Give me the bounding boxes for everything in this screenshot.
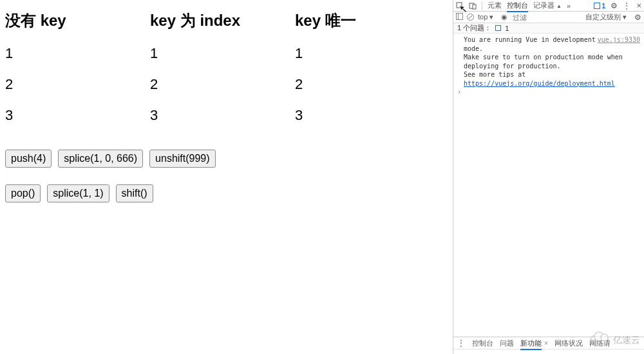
drawer-tab-network-conditions[interactable]: 网络状况 xyxy=(554,339,583,348)
list-item: 3 xyxy=(5,107,150,124)
clear-console-icon[interactable] xyxy=(467,14,474,21)
button-row-add: push(4) splice(1, 0, 666) unshift(999) xyxy=(5,150,448,168)
splice-insert-button[interactable]: splice(1, 0, 666) xyxy=(58,150,143,168)
tabs-overflow[interactable]: » xyxy=(567,2,571,10)
button-row-remove: pop() splice(1, 1) shift() xyxy=(5,184,448,202)
column-heading: key 唯一 xyxy=(295,10,440,31)
app-pane: 没有 key 1 2 3 key 为 index 1 2 3 key 唯一 1 … xyxy=(0,0,453,354)
console-output[interactable]: vue.js:9330 You are running Vue in devel… xyxy=(453,34,644,337)
tab-elements[interactable]: 元素 xyxy=(488,1,502,10)
issue-icon xyxy=(495,25,501,31)
issues-count: 1 xyxy=(505,25,509,32)
column-key-index: key 为 index 1 2 3 xyxy=(150,5,295,138)
issues-bar[interactable]: 1 个问题： 1 xyxy=(453,23,644,34)
svg-rect-3 xyxy=(457,14,463,20)
log-level-selector[interactable]: 自定义级别 ▾ xyxy=(585,12,627,22)
device-toggle-icon[interactable] xyxy=(469,2,477,10)
list-item: 2 xyxy=(150,76,295,93)
drawer-menu-icon[interactable]: ⋮ xyxy=(457,339,466,348)
list-item: 3 xyxy=(295,107,440,124)
devtools-tabbar: ↖ 元素 控制台 记录器 ▲ » 1 ⚙ ⋮ × xyxy=(453,0,644,12)
live-expression-icon[interactable]: ◉ xyxy=(501,13,507,21)
console-settings-icon[interactable]: ⚙ xyxy=(634,13,641,22)
issues-badge-count: 1 xyxy=(601,2,605,10)
list-item: 3 xyxy=(150,107,295,124)
filter-input[interactable] xyxy=(511,13,550,22)
list-item: 2 xyxy=(295,76,440,93)
drawer-tab-console[interactable]: 控制台 xyxy=(472,339,493,348)
tab-recorder[interactable]: 记录器 ▲ xyxy=(533,1,562,10)
pop-button[interactable]: pop() xyxy=(5,184,41,202)
console-prompt-icon: › xyxy=(457,88,461,97)
devtools-pane: ↖ 元素 控制台 记录器 ▲ » 1 ⚙ ⋮ × top ▾ ◉ 自定义级别 ▾ xyxy=(453,0,644,354)
close-devtools-icon[interactable]: × xyxy=(636,1,641,10)
issues-badge-icon xyxy=(594,3,600,9)
console-text: Make sure to turn on production mode whe… xyxy=(464,54,623,70)
drawer-tab-request-blocking[interactable]: 网络请 xyxy=(589,339,611,348)
drawer-body xyxy=(453,349,644,354)
issues-badge[interactable]: 1 xyxy=(594,2,605,10)
columns-container: 没有 key 1 2 3 key 为 index 1 2 3 key 唯一 1 … xyxy=(5,5,448,138)
list-item: 1 xyxy=(5,45,150,62)
more-menu-icon[interactable]: ⋮ xyxy=(623,1,631,10)
inspect-element-icon[interactable] xyxy=(456,2,464,10)
column-heading: 没有 key xyxy=(5,10,150,31)
settings-icon[interactable]: ⚙ xyxy=(611,1,618,10)
separator xyxy=(482,1,482,10)
sidebar-toggle-icon[interactable] xyxy=(456,13,463,21)
close-tab-icon[interactable]: × xyxy=(544,340,548,347)
tab-console[interactable]: 控制台 xyxy=(507,1,528,10)
drawer-tab-whatsnew[interactable]: 新功能 xyxy=(520,339,542,348)
devtools-drawer: ⋮ 控制台 问题 新功能 × 网络状况 网络请 xyxy=(453,337,644,354)
list-item: 1 xyxy=(295,45,440,62)
shift-button[interactable]: shift() xyxy=(116,184,153,202)
console-text: See more tips at xyxy=(464,71,526,78)
context-selector[interactable]: top ▾ xyxy=(478,13,493,21)
list-item: 1 xyxy=(150,45,295,62)
column-heading: key 为 index xyxy=(150,10,295,31)
drawer-tabbar: ⋮ 控制台 问题 新功能 × 网络状况 网络请 xyxy=(453,337,644,349)
message-source-link[interactable]: vue.js:9330 xyxy=(598,35,640,44)
push-button[interactable]: push(4) xyxy=(5,150,52,168)
console-toolbar: top ▾ ◉ 自定义级别 ▾ ⚙ xyxy=(453,12,644,23)
splice-remove-button[interactable]: splice(1, 1) xyxy=(47,184,109,202)
console-text: You are running Vue in development mode. xyxy=(464,36,596,52)
issues-label: 1 个问题： xyxy=(457,23,491,33)
column-no-key: 没有 key 1 2 3 xyxy=(5,5,150,138)
column-key-unique: key 唯一 1 2 3 xyxy=(295,5,440,138)
console-message: vue.js:9330 You are running Vue in devel… xyxy=(464,35,640,88)
deployment-guide-link[interactable]: https://vuejs.org/guide/deployment.html xyxy=(464,80,615,87)
svg-rect-2 xyxy=(473,5,476,9)
drawer-tab-issues[interactable]: 问题 xyxy=(500,339,514,348)
list-item: 2 xyxy=(5,76,150,93)
unshift-button[interactable]: unshift(999) xyxy=(149,150,216,168)
